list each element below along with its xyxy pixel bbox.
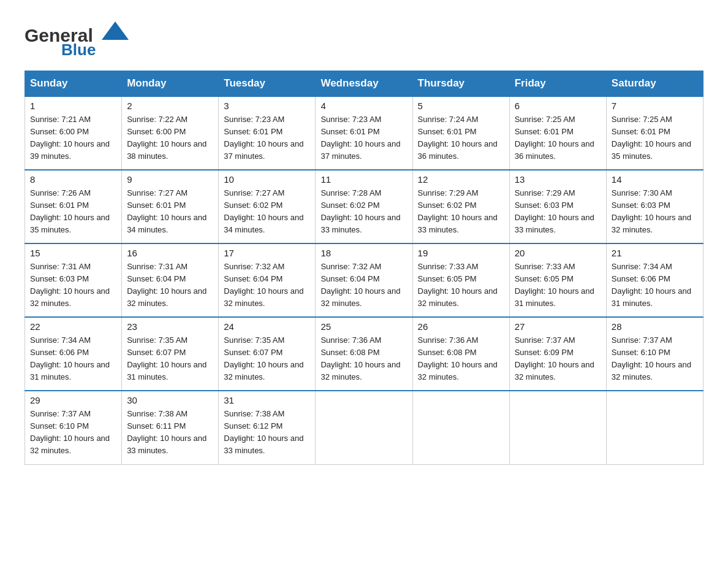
day-number: 21 [612,248,698,258]
day-info: Sunrise: 7:37 AMSunset: 6:10 PMDaylight:… [30,408,116,458]
header-wednesday: Wednesday [316,71,412,97]
day-info: Sunrise: 7:33 AMSunset: 6:05 PMDaylight:… [418,261,504,310]
day-cell-30: 30Sunrise: 7:38 AMSunset: 6:11 PMDayligh… [122,391,219,464]
day-number: 22 [30,321,116,332]
day-cell-17: 17Sunrise: 7:32 AMSunset: 6:04 PMDayligh… [219,243,316,317]
day-number: 23 [127,321,213,332]
day-number: 9 [127,174,213,185]
day-number: 30 [127,395,213,405]
day-info: Sunrise: 7:23 AMSunset: 6:01 PMDaylight:… [224,113,310,163]
day-info: Sunrise: 7:29 AMSunset: 6:02 PMDaylight:… [418,187,504,237]
day-info: Sunrise: 7:33 AMSunset: 6:05 PMDaylight:… [515,261,601,310]
day-number: 15 [30,248,116,258]
day-cell-21: 21Sunrise: 7:34 AMSunset: 6:06 PMDayligh… [606,243,703,317]
day-cell-29: 29Sunrise: 7:37 AMSunset: 6:10 PMDayligh… [25,391,122,464]
day-cell-16: 16Sunrise: 7:31 AMSunset: 6:04 PMDayligh… [122,243,219,317]
day-info: Sunrise: 7:38 AMSunset: 6:11 PMDaylight:… [127,408,213,458]
day-number: 18 [320,248,407,258]
week-row-5: 29Sunrise: 7:37 AMSunset: 6:10 PMDayligh… [25,391,703,464]
day-info: Sunrise: 7:25 AMSunset: 6:01 PMDaylight:… [612,113,698,163]
day-cell-2: 2Sunrise: 7:22 AMSunset: 6:00 PMDaylight… [122,96,219,170]
day-info: Sunrise: 7:21 AMSunset: 6:00 PMDaylight:… [30,113,116,163]
day-info: Sunrise: 7:32 AMSunset: 6:04 PMDaylight:… [224,261,310,310]
day-info: Sunrise: 7:26 AMSunset: 6:01 PMDaylight:… [30,187,116,237]
days-header-row: SundayMondayTuesdayWednesdayThursdayFrid… [25,71,703,97]
day-number: 4 [320,101,407,111]
day-cell-12: 12Sunrise: 7:29 AMSunset: 6:02 PMDayligh… [412,170,509,243]
page-header: General Blue [25,18,703,58]
week-row-4: 22Sunrise: 7:34 AMSunset: 6:06 PMDayligh… [25,317,703,391]
day-cell-13: 13Sunrise: 7:29 AMSunset: 6:03 PMDayligh… [509,170,606,243]
header-thursday: Thursday [412,71,509,97]
day-info: Sunrise: 7:37 AMSunset: 6:10 PMDaylight:… [612,334,698,384]
day-number: 1 [30,101,116,111]
svg-marker-1 [102,21,129,40]
day-number: 29 [30,395,116,405]
day-cell-24: 24Sunrise: 7:35 AMSunset: 6:07 PMDayligh… [219,317,316,391]
day-info: Sunrise: 7:32 AMSunset: 6:04 PMDaylight:… [320,261,407,310]
day-info: Sunrise: 7:28 AMSunset: 6:02 PMDaylight:… [320,187,407,237]
day-info: Sunrise: 7:23 AMSunset: 6:01 PMDaylight:… [320,113,407,163]
day-cell-10: 10Sunrise: 7:27 AMSunset: 6:02 PMDayligh… [219,170,316,243]
day-cell-5: 5Sunrise: 7:24 AMSunset: 6:01 PMDaylight… [412,96,509,170]
day-cell-1: 1Sunrise: 7:21 AMSunset: 6:00 PMDaylight… [25,96,122,170]
day-number: 28 [612,321,698,332]
day-number: 14 [612,174,698,185]
day-cell-22: 22Sunrise: 7:34 AMSunset: 6:06 PMDayligh… [25,317,122,391]
day-cell-20: 20Sunrise: 7:33 AMSunset: 6:05 PMDayligh… [509,243,606,317]
day-number: 31 [224,395,310,405]
empty-cell [316,391,412,464]
day-cell-9: 9Sunrise: 7:27 AMSunset: 6:01 PMDaylight… [122,170,219,243]
day-cell-6: 6Sunrise: 7:25 AMSunset: 6:01 PMDaylight… [509,96,606,170]
day-info: Sunrise: 7:36 AMSunset: 6:08 PMDaylight:… [418,334,504,384]
day-cell-27: 27Sunrise: 7:37 AMSunset: 6:09 PMDayligh… [509,317,606,391]
empty-cell [412,391,509,464]
day-number: 19 [418,248,504,258]
day-cell-19: 19Sunrise: 7:33 AMSunset: 6:05 PMDayligh… [412,243,509,317]
day-info: Sunrise: 7:24 AMSunset: 6:01 PMDaylight:… [418,113,504,163]
day-number: 26 [418,321,504,332]
day-cell-15: 15Sunrise: 7:31 AMSunset: 6:03 PMDayligh… [25,243,122,317]
day-cell-8: 8Sunrise: 7:26 AMSunset: 6:01 PMDaylight… [25,170,122,243]
day-cell-23: 23Sunrise: 7:35 AMSunset: 6:07 PMDayligh… [122,317,219,391]
week-row-2: 8Sunrise: 7:26 AMSunset: 6:01 PMDaylight… [25,170,703,243]
day-info: Sunrise: 7:29 AMSunset: 6:03 PMDaylight:… [515,187,601,237]
day-info: Sunrise: 7:35 AMSunset: 6:07 PMDaylight:… [224,334,310,384]
day-number: 10 [224,174,310,185]
svg-text:Blue: Blue [61,40,96,58]
day-number: 13 [515,174,601,185]
day-number: 11 [320,174,407,185]
day-cell-26: 26Sunrise: 7:36 AMSunset: 6:08 PMDayligh… [412,317,509,391]
day-info: Sunrise: 7:35 AMSunset: 6:07 PMDaylight:… [127,334,213,384]
calendar-table: SundayMondayTuesdayWednesdayThursdayFrid… [25,71,703,465]
day-number: 12 [418,174,504,185]
empty-cell [606,391,703,464]
day-info: Sunrise: 7:34 AMSunset: 6:06 PMDaylight:… [30,334,116,384]
day-info: Sunrise: 7:31 AMSunset: 6:03 PMDaylight:… [30,261,116,310]
header-sunday: Sunday [25,71,122,97]
day-cell-3: 3Sunrise: 7:23 AMSunset: 6:01 PMDaylight… [219,96,316,170]
day-info: Sunrise: 7:27 AMSunset: 6:02 PMDaylight:… [224,187,310,237]
day-number: 2 [127,101,213,111]
day-cell-25: 25Sunrise: 7:36 AMSunset: 6:08 PMDayligh… [316,317,412,391]
header-tuesday: Tuesday [219,71,316,97]
day-number: 7 [612,101,698,111]
day-number: 27 [515,321,601,332]
day-number: 17 [224,248,310,258]
header-saturday: Saturday [606,71,703,97]
day-cell-18: 18Sunrise: 7:32 AMSunset: 6:04 PMDayligh… [316,243,412,317]
day-cell-28: 28Sunrise: 7:37 AMSunset: 6:10 PMDayligh… [606,317,703,391]
day-cell-11: 11Sunrise: 7:28 AMSunset: 6:02 PMDayligh… [316,170,412,243]
week-row-3: 15Sunrise: 7:31 AMSunset: 6:03 PMDayligh… [25,243,703,317]
day-number: 8 [30,174,116,185]
day-info: Sunrise: 7:31 AMSunset: 6:04 PMDaylight:… [127,261,213,310]
day-number: 24 [224,321,310,332]
empty-cell [509,391,606,464]
day-info: Sunrise: 7:27 AMSunset: 6:01 PMDaylight:… [127,187,213,237]
day-info: Sunrise: 7:34 AMSunset: 6:06 PMDaylight:… [612,261,698,310]
day-info: Sunrise: 7:25 AMSunset: 6:01 PMDaylight:… [515,113,601,163]
day-info: Sunrise: 7:37 AMSunset: 6:09 PMDaylight:… [515,334,601,384]
day-info: Sunrise: 7:38 AMSunset: 6:12 PMDaylight:… [224,408,310,458]
day-cell-4: 4Sunrise: 7:23 AMSunset: 6:01 PMDaylight… [316,96,412,170]
day-number: 16 [127,248,213,258]
